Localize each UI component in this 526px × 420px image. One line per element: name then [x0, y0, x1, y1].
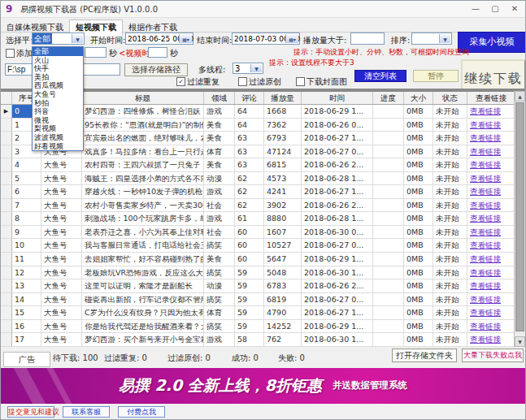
cell-view-link[interactable]: 查看链接 — [467, 185, 515, 199]
download-fail-help-button[interactable]: 大量下载失败点我 — [462, 349, 524, 362]
platform-option[interactable]: 波波视频 — [33, 133, 83, 142]
cell-plays: 47124 — [264, 145, 302, 159]
download-cover-checkbox[interactable] — [296, 77, 305, 86]
platform-option[interactable]: 秒拍 — [33, 99, 83, 108]
chevron-down-icon[interactable]: ▼ — [72, 34, 83, 43]
cell-view-link[interactable]: 查看链接 — [467, 172, 515, 186]
view-link[interactable]: 查看链接 — [470, 160, 501, 169]
table-row[interactable]: 4大鱼号农村四哥：王四六叔抓了一只兔子，全家...美食6368152018-06… — [1, 158, 515, 172]
platform-option[interactable]: 抖音 — [33, 107, 83, 116]
table-row[interactable]: 5大鱼号海贼王：四皇选择小弟的方式各不同，难怪红...动漫6245732018-… — [1, 172, 515, 186]
promo-banner[interactable]: 易撰 2.0 全新上线，8折钜惠 并送数据管理系统 — [1, 368, 525, 404]
table-row[interactable]: 7大鱼号农村小哥售卖家乡特产，一天卖300斤，吃...社会6239022018-… — [1, 199, 515, 213]
view-link[interactable]: 查看链接 — [470, 201, 501, 210]
platform-option[interactable]: 火山 — [33, 56, 83, 65]
open-folder-button[interactable]: 打开存储文件夹 — [392, 349, 457, 362]
duration-min-input[interactable] — [85, 47, 107, 58]
footer-button-3[interactable]: 付费点我 — [118, 406, 165, 418]
table-row[interactable]: 9大鱼号老表乔迁之喜，小六为其奉上佳对联...社会6016072018-06-3… — [1, 226, 515, 240]
cell-comments: 63 — [235, 145, 264, 159]
table-row[interactable]: 13大鱼号这里可以证明，索隆才是副船长动漫5967832018-06-26 2.… — [1, 279, 515, 293]
filter-duplicate-checkbox[interactable]: ✓ — [176, 77, 185, 86]
start-time-picker[interactable]: 2018-06-25 00:00 ▦▾ — [125, 32, 193, 45]
cell-platform: 大鱼号 — [41, 212, 82, 226]
cell-view-link[interactable]: 查看链接 — [467, 239, 515, 253]
table-row[interactable]: 17大鱼号梦幻西游：买个新号来开小号金宝箱，运气...游戏587622018-0… — [1, 333, 515, 347]
cell-view-link[interactable]: 查看链接 — [467, 158, 515, 172]
scrollbar-thumb[interactable] — [515, 102, 524, 331]
table-row[interactable]: 12大鱼号老板娘玩VR恐怖游戏，反应这么大的...搞笑5950482018-06… — [1, 266, 515, 280]
chevron-down-icon[interactable]: ▼ — [250, 64, 262, 72]
cell-index: 8 — [12, 212, 41, 226]
view-link[interactable]: 查看链接 — [470, 295, 501, 304]
minimize-button[interactable]: — — [468, 2, 483, 15]
platform-option[interactable]: 快手 — [33, 64, 83, 73]
view-link[interactable]: 查看链接 — [470, 281, 501, 290]
view-link[interactable]: 查看链接 — [470, 322, 501, 331]
table-row[interactable]: 16大鱼号你是给我代驾还是给我醒酒来着？太搞笑了搞笑59142522018-06… — [1, 320, 515, 334]
view-link[interactable]: 查看链接 — [470, 254, 501, 263]
platform-option[interactable]: 大鱼号 — [33, 90, 83, 99]
calendar-icon[interactable]: ▦▾ — [285, 34, 298, 43]
platform-option[interactable]: 全部 — [33, 47, 83, 56]
cell-view-link[interactable]: 查看链接 — [467, 333, 515, 347]
close-button[interactable]: ✕ — [507, 2, 522, 15]
cell-view-link[interactable]: 查看链接 — [467, 306, 515, 320]
end-time-picker[interactable]: 2018-07-03 00:00 ▦▾ — [232, 32, 300, 45]
cell-view-link[interactable]: 查看链接 — [467, 212, 515, 226]
platform-select[interactable]: 全部 ▼ — [32, 32, 85, 45]
cell-view-link[interactable]: 查看链接 — [467, 293, 515, 307]
cell-view-link[interactable]: 查看链接 — [467, 132, 515, 145]
view-link[interactable]: 查看链接 — [470, 120, 501, 129]
table-row[interactable]: 6大鱼号穿越火线：一秒钟10发子弹的机枪，右键...游戏6242412018-0… — [1, 185, 515, 199]
view-link[interactable]: 查看链接 — [470, 147, 501, 156]
platform-option[interactable]: 西瓜视频 — [33, 81, 83, 90]
cell-view-link[interactable]: 查看链接 — [467, 145, 515, 159]
cell-view-link[interactable]: 查看链接 — [467, 105, 515, 119]
view-link[interactable]: 查看链接 — [470, 187, 501, 196]
table-row[interactable]: 11大鱼号去姐姐家帮忙，好不容易碰到熟了的火龙...美食6056472018-0… — [1, 253, 515, 266]
sort-select[interactable]: ▼ — [411, 32, 452, 45]
view-link[interactable]: 查看链接 — [470, 214, 501, 223]
table-scrollbar[interactable]: ▲ ▼ — [514, 91, 525, 347]
view-link[interactable]: 查看链接 — [470, 335, 501, 344]
footer-button-1[interactable]: 提交意见和建议 — [7, 406, 54, 418]
platform-option[interactable]: 好看视频 — [33, 142, 83, 151]
thread-select[interactable]: 3 ▼ — [233, 63, 263, 74]
table-row[interactable]: 10大鱼号我与客服日常通话，打电话给社会王天枪...搞笑60105272018-… — [1, 239, 515, 253]
view-link[interactable]: 查看链接 — [470, 268, 501, 277]
view-link[interactable]: 查看链接 — [470, 240, 501, 249]
footer-button-2[interactable]: 联系客服 — [63, 406, 110, 418]
filter-original-checkbox[interactable] — [238, 77, 247, 86]
cell-view-link[interactable]: 查看链接 — [467, 199, 515, 213]
row-marker — [1, 266, 12, 280]
view-link[interactable]: 查看链接 — [470, 308, 501, 317]
choose-path-button[interactable]: 选择存储路径 — [124, 63, 188, 76]
scroll-up-icon[interactable]: ▲ — [515, 91, 525, 102]
view-link[interactable]: 查看链接 — [470, 133, 501, 142]
platform-option[interactable]: 美拍 — [33, 73, 83, 82]
cell-view-link[interactable]: 查看链接 — [467, 266, 515, 280]
calendar-icon[interactable]: ▦▾ — [179, 34, 192, 43]
table-row[interactable]: 15大鱼号C罗为什么没有纹身？只因为他太有爱心，...体育5947902018-… — [1, 306, 515, 320]
view-link[interactable]: 查看链接 — [470, 227, 501, 236]
pause-button[interactable]: 暂停 — [413, 70, 459, 82]
duration-max-input[interactable] — [148, 47, 167, 58]
chevron-down-icon[interactable]: ▼ — [439, 34, 450, 43]
platform-option[interactable]: 梨视频 — [33, 124, 83, 133]
cell-view-link[interactable]: 查看链接 — [467, 119, 515, 132]
cell-view-link[interactable]: 查看链接 — [467, 226, 515, 240]
maximize-button[interactable]: ▢ — [488, 2, 502, 15]
cell-view-link[interactable]: 查看链接 — [467, 253, 515, 266]
clear-list-button[interactable]: 清空列表 — [354, 70, 406, 82]
scroll-down-icon[interactable]: ▼ — [515, 336, 525, 347]
table-row[interactable]: 8大鱼号刺激战场：100个玩家跳房卡多，却没人去...游戏6188802018-… — [1, 212, 515, 226]
table-row[interactable]: 14大鱼号碰瓷再出新招，行车记录仪都不管用，让...搞笑5968192018-0… — [1, 293, 515, 307]
cell-view-link[interactable]: 查看链接 — [467, 279, 515, 293]
cell-view-link[interactable]: 查看链接 — [467, 320, 515, 334]
platform-option[interactable]: 微视 — [33, 116, 83, 125]
min-plays-input[interactable] — [350, 32, 385, 45]
view-link[interactable]: 查看链接 — [470, 174, 501, 183]
view-link[interactable]: 查看链接 — [470, 106, 501, 115]
add-data-checkbox[interactable] — [6, 49, 15, 58]
